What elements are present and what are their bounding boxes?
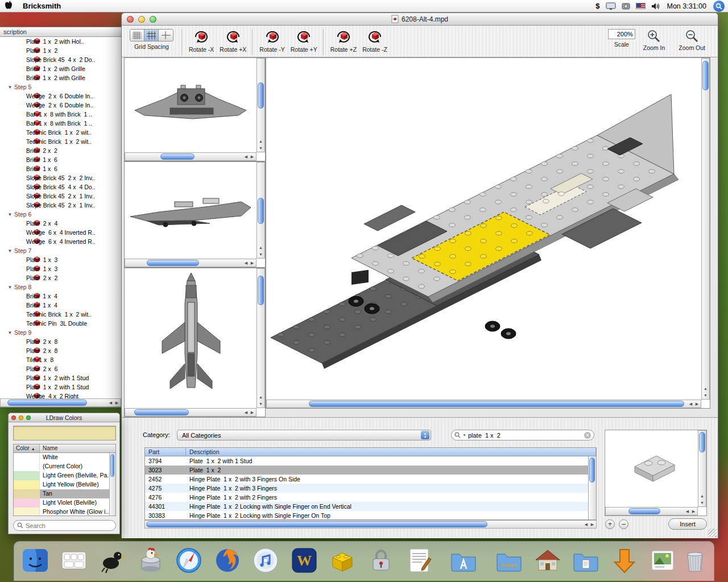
scale-field[interactable] (608, 29, 635, 39)
name-column-header[interactable]: Name (40, 444, 115, 452)
parts-table-horizontal-scrollbar[interactable]: ◀ ▶ (144, 520, 597, 529)
textedit-icon[interactable] (405, 546, 433, 575)
parts-table-row[interactable]: 44301 Hinge Plate 1 x 2 Locking with Sin… (145, 502, 588, 511)
scrollbar-thumb[interactable] (258, 276, 264, 305)
zoom-in-button[interactable]: Zoom In (643, 29, 665, 51)
parts-table-row[interactable]: 3794 Plate 1 x 2 with 1 Stud (145, 456, 588, 465)
scrollbar-thumb[interactable] (160, 153, 195, 160)
mainview-vertical-scrollbar[interactable]: ▲ ▼ (701, 58, 710, 400)
input-menu-us-flag-icon[interactable] (636, 3, 646, 9)
scroll-left-arrow-icon[interactable]: ◀ (583, 521, 589, 528)
parts-table-row[interactable]: 3023 Plate 1 x 2 (145, 465, 588, 475)
pane3-vertical-scrollbar[interactable]: ▲ ▼ (257, 268, 265, 408)
remove-part-button[interactable]: – (619, 519, 628, 529)
pane3-horizontal-scrollbar[interactable]: ◀ ▶ (125, 408, 257, 417)
disclosure-triangle-icon[interactable]: ▼ (7, 248, 13, 253)
color-row[interactable]: Phosphor White (Glow i.. (14, 508, 109, 516)
scroll-left-arrow-icon[interactable]: ◀ (684, 508, 690, 515)
pane2-vertical-scrollbar[interactable]: ▲ ▼ (257, 162, 265, 259)
disclosure-triangle-icon[interactable]: ▼ (7, 285, 13, 290)
dollar-menu-extra-icon[interactable]: $ (595, 1, 599, 11)
scrollbar-thumb[interactable] (589, 458, 595, 483)
colors-table-vertical-scrollbar[interactable] (109, 453, 115, 516)
scroll-right-arrow-icon[interactable]: ▶ (249, 153, 255, 160)
scroll-right-arrow-icon[interactable]: ▶ (249, 409, 255, 416)
part-preview-pane[interactable]: ▲ ▼ ◀ ▶ (605, 430, 707, 516)
preview-vertical-scrollbar[interactable]: ▲ ▼ (698, 430, 706, 507)
firefox-icon[interactable] (213, 546, 242, 575)
download-arrow-icon[interactable] (610, 546, 639, 575)
scrollbar-thumb[interactable] (147, 260, 199, 266)
finder-icon[interactable] (21, 546, 49, 575)
safari-icon[interactable] (175, 546, 203, 575)
viewport-top-view[interactable]: ▲ ▼ ◀ ▶ (124, 268, 266, 417)
color-search-field[interactable] (13, 520, 116, 531)
grid-coarse-segment[interactable] (159, 30, 173, 41)
scroll-down-arrow-icon[interactable]: ▼ (702, 392, 709, 399)
window-resize-grip[interactable] (708, 529, 717, 537)
pane1-horizontal-scrollbar[interactable]: ◀ ▶ (125, 152, 257, 161)
parts-table-row[interactable]: 4276 Hinge Plate 1 x 2 with 2 Fingers (145, 493, 588, 502)
scroll-down-arrow-icon[interactable]: ▼ (258, 251, 264, 258)
add-part-button[interactable]: + (605, 519, 615, 529)
scrollbar-thumb[interactable] (699, 432, 705, 452)
window-title-bar[interactable]: 6208-Alt-4.mpd (122, 13, 718, 26)
insert-button[interactable]: Insert (668, 518, 707, 530)
chicken-of-the-vnc-icon[interactable] (136, 546, 165, 575)
scrollbar-thumb[interactable] (7, 400, 87, 406)
viewport-front-view[interactable]: ▲ ▼ ◀ ▶ (124, 57, 266, 161)
color-search-input[interactable] (26, 522, 112, 529)
palette-title-bar[interactable]: LDraw Colors (9, 413, 119, 422)
parts-table-header[interactable]: Part Description (145, 448, 596, 456)
scrollbar-thumb[interactable] (146, 521, 487, 527)
scroll-right-arrow-icon[interactable]: ▶ (114, 399, 120, 406)
scroll-left-arrow-icon[interactable]: ◀ (243, 409, 249, 416)
bricksmith-dock-icon[interactable] (328, 546, 357, 575)
rotate-minus-x-button[interactable]: Rotate -X (189, 29, 214, 53)
bird-app-icon[interactable] (98, 546, 126, 575)
mainview-horizontal-scrollbar[interactable]: ◀ ▶ (266, 400, 701, 408)
part-search-input[interactable] (468, 432, 582, 439)
color-row[interactable]: (Current Color) (14, 462, 109, 471)
outline-row[interactable]: ▼ Plate 2 x 2 (0, 273, 121, 282)
scrollbar-thumb[interactable] (702, 61, 709, 90)
itunes-icon[interactable] (251, 546, 280, 575)
category-popup[interactable]: All Categories ▲▼ (177, 430, 431, 440)
close-button[interactable] (127, 16, 134, 23)
volume-menu-extra-icon[interactable] (651, 1, 660, 11)
scroll-left-arrow-icon[interactable]: ◀ (107, 399, 114, 406)
disclosure-triangle-icon[interactable]: ▼ (7, 212, 13, 217)
pane1-vertical-scrollbar[interactable]: ▲ ▼ (257, 58, 265, 152)
grid-medium-segment[interactable] (144, 30, 159, 41)
scrollbar-thumb[interactable] (258, 82, 264, 109)
scrollbar-thumb[interactable] (258, 198, 264, 224)
minimize-button[interactable] (138, 16, 145, 23)
viewport-side-view[interactable]: ▲ ▼ ◀ ▶ (124, 161, 266, 268)
screen-capture-menu-extra-icon[interactable] (622, 1, 630, 11)
parts-table-row[interactable]: 2452 Hinge Plate 1 x 2 with 3 Fingers On… (145, 475, 588, 484)
scroll-right-arrow-icon[interactable]: ▶ (690, 508, 697, 515)
rotate-minus-z-button[interactable]: Rotate -Z (362, 29, 387, 53)
scrollbar-thumb[interactable] (309, 401, 684, 407)
search-menu-arrow-icon[interactable]: ▼ (462, 433, 466, 437)
color-row[interactable]: White (14, 453, 109, 462)
documents-folder-icon[interactable] (572, 546, 600, 575)
color-row[interactable]: Light Green (Belville, Pa.. (14, 471, 109, 480)
zoom-out-button[interactable]: Zoom Out (679, 29, 705, 51)
scroll-down-arrow-icon[interactable]: ▼ (258, 400, 264, 408)
outline-row[interactable]: ▼ Wedge 4 x 2 Right (0, 392, 121, 398)
color-column-header[interactable]: Color ▲ (14, 444, 40, 452)
parts-table-row[interactable]: 30383 Hinge Plate 1 x 2 Locking with Sin… (145, 511, 588, 519)
scroll-left-arrow-icon[interactable]: ◀ (243, 259, 249, 267)
pane2-horizontal-scrollbar[interactable]: ◀ ▶ (125, 259, 257, 267)
outline-horizontal-scrollbar[interactable]: ◀ ▶ (0, 398, 121, 407)
outline-row[interactable]: ▼ Wedge 6 x 4 Inverted R.. (0, 237, 121, 246)
app-menu-bricksmith[interactable]: Bricksmith (17, 2, 67, 10)
scrollbar-thumb[interactable] (628, 508, 660, 514)
scrollbar-thumb[interactable] (110, 454, 114, 477)
scroll-down-arrow-icon[interactable]: ▼ (699, 499, 705, 506)
colors-table-header[interactable]: Color ▲ Name (14, 444, 115, 453)
rotate-plus-x-button[interactable]: Rotate +X (220, 29, 246, 53)
parts-table-vertical-scrollbar[interactable] (588, 456, 596, 519)
color-row[interactable]: Tan (14, 489, 109, 498)
